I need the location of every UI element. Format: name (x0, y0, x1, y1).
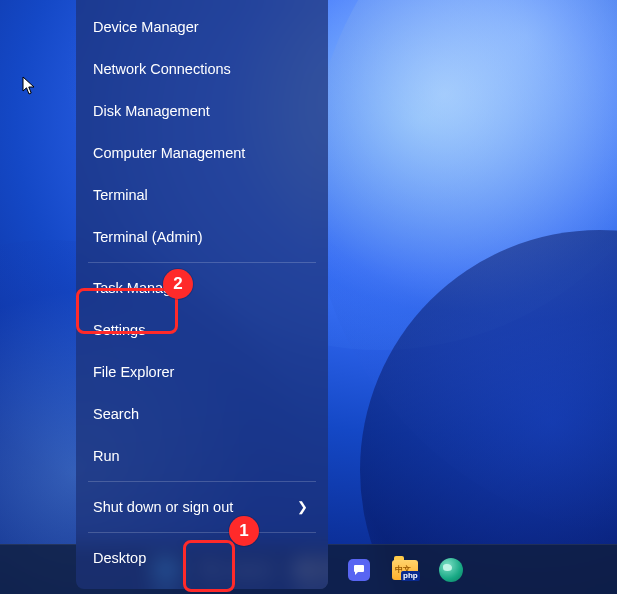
menu-item-run[interactable]: Run (76, 435, 328, 477)
menu-separator (88, 262, 316, 263)
menu-separator (88, 532, 316, 533)
menu-separator (88, 481, 316, 482)
menu-item-label: Settings (93, 320, 145, 340)
menu-item-desktop[interactable]: Desktop (76, 537, 328, 579)
menu-item-computer-management[interactable]: Computer Management (76, 132, 328, 174)
globe-icon (439, 558, 463, 582)
menu-item-label: Desktop (93, 548, 146, 568)
mouse-cursor-icon (22, 76, 36, 96)
folder-icon: 中文 php (392, 560, 418, 580)
menu-item-settings[interactable]: Settings (76, 309, 328, 351)
menu-item-terminal-admin[interactable]: Terminal (Admin) (76, 216, 328, 258)
menu-item-terminal[interactable]: Terminal (76, 174, 328, 216)
menu-item-label: Computer Management (93, 143, 245, 163)
menu-item-label: Task Manager (93, 278, 184, 298)
chat-button[interactable] (339, 550, 379, 590)
menu-item-search[interactable]: Search (76, 393, 328, 435)
menu-item-label: Terminal (93, 185, 148, 205)
menu-item-label: Device Manager (93, 17, 199, 37)
menu-item-shut-down-or-sign-out[interactable]: Shut down or sign out ❯ (76, 486, 328, 528)
menu-item-label: Shut down or sign out (93, 497, 233, 517)
wallpaper-swirl (360, 230, 617, 594)
menu-item-label: Search (93, 404, 139, 424)
menu-item-label: File Explorer (93, 362, 174, 382)
chevron-right-icon: ❯ (297, 497, 308, 517)
menu-item-network-connections[interactable]: Network Connections (76, 48, 328, 90)
taskbar-app-browser[interactable] (431, 550, 471, 590)
taskbar-app-php[interactable]: 中文 php (385, 550, 425, 590)
menu-item-disk-management[interactable]: Disk Management (76, 90, 328, 132)
menu-item-label: Disk Management (93, 101, 210, 121)
menu-item-device-manager[interactable]: Device Manager (76, 6, 328, 48)
menu-item-label: Network Connections (93, 59, 231, 79)
wallpaper-swirl (310, 0, 617, 540)
menu-item-task-manager[interactable]: Task Manager (76, 267, 328, 309)
chat-icon (348, 559, 370, 581)
menu-item-label: Run (93, 446, 120, 466)
menu-item-file-explorer[interactable]: File Explorer (76, 351, 328, 393)
folder-brand-label: php (401, 571, 420, 581)
winx-context-menu: Device Manager Network Connections Disk … (76, 0, 328, 589)
menu-item-label: Terminal (Admin) (93, 227, 203, 247)
